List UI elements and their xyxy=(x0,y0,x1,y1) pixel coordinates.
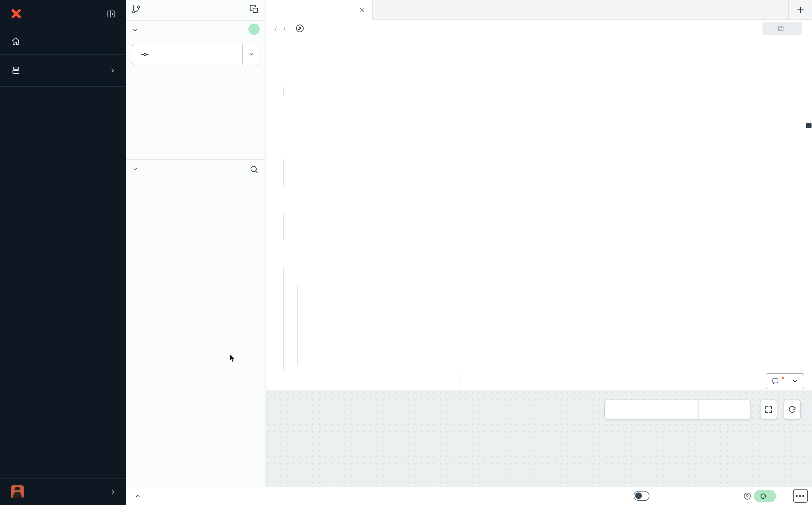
lineage-search-input[interactable] xyxy=(605,400,698,419)
dbt-copilot-button[interactable]: ✦ xyxy=(766,373,804,389)
git-branch-icon xyxy=(131,4,141,14)
close-icon[interactable] xyxy=(358,6,365,13)
save-button[interactable] xyxy=(763,22,802,35)
lineage-graph[interactable] xyxy=(265,390,812,487)
commit-and-sync-button[interactable] xyxy=(132,44,260,65)
tab-customers-sql[interactable] xyxy=(266,0,373,20)
fullscreen-button[interactable] xyxy=(760,399,777,419)
fullscreen-icon xyxy=(764,405,773,414)
divider xyxy=(0,86,126,87)
divider xyxy=(459,371,460,390)
more-options-button[interactable]: ••• xyxy=(793,489,808,503)
copy-icon[interactable] xyxy=(249,4,259,14)
refresh-icon xyxy=(788,405,797,414)
copilot-compass-icon[interactable] xyxy=(295,23,305,33)
chevron-down-icon xyxy=(248,51,254,58)
chevron-down-icon xyxy=(792,378,798,384)
stack-icon xyxy=(11,66,21,75)
dbt-logo-icon xyxy=(9,7,23,21)
dbt-cloud-ide: / / ✦ xyxy=(0,0,812,505)
home-icon xyxy=(11,37,20,46)
ready-circle-icon xyxy=(760,493,767,500)
new-tab-button[interactable] xyxy=(788,0,812,20)
sparkle-icon: ✦ xyxy=(781,375,785,381)
app-sidebar xyxy=(0,0,126,505)
lineage-search-bar xyxy=(604,399,751,419)
refresh-button[interactable] xyxy=(784,399,801,419)
sidebar-project-switcher[interactable] xyxy=(0,54,126,86)
breadcrumb-bar: / / xyxy=(266,20,812,37)
editor-toolbar: ✦ xyxy=(266,371,812,390)
sidebar-user-menu[interactable] xyxy=(0,481,126,503)
changes-count-badge xyxy=(249,23,260,35)
editor-tab-bar xyxy=(266,0,812,20)
file-tree xyxy=(126,160,265,487)
chevron-up-icon[interactable] xyxy=(134,493,142,500)
save-icon xyxy=(777,25,785,32)
git-commit-icon xyxy=(141,50,149,58)
command-bar: ••• xyxy=(126,487,812,505)
commit-options-dropdown[interactable] xyxy=(242,44,259,65)
avatar xyxy=(11,485,24,498)
collapse-sidebar-icon[interactable] xyxy=(107,9,116,19)
changes-list xyxy=(126,69,265,159)
divider xyxy=(0,478,126,479)
update-graph-button[interactable] xyxy=(698,400,751,419)
chevron-right-icon xyxy=(109,67,117,74)
left-panel xyxy=(126,0,266,505)
status-badge[interactable] xyxy=(754,490,776,502)
help-icon[interactable] xyxy=(743,492,752,500)
sidebar-item-account-home[interactable] xyxy=(0,28,126,54)
code-editor[interactable] xyxy=(266,37,812,371)
breadcrumb: / / xyxy=(272,20,305,37)
divider xyxy=(146,487,146,505)
chevron-down-icon[interactable] xyxy=(131,26,139,34)
editor-scrollbar-thumb[interactable] xyxy=(806,123,812,128)
chevron-right-icon xyxy=(109,488,117,496)
plus-icon xyxy=(796,5,805,15)
defer-toggle[interactable] xyxy=(634,491,649,501)
copilot-chat-icon xyxy=(772,377,780,385)
divider xyxy=(126,20,265,21)
